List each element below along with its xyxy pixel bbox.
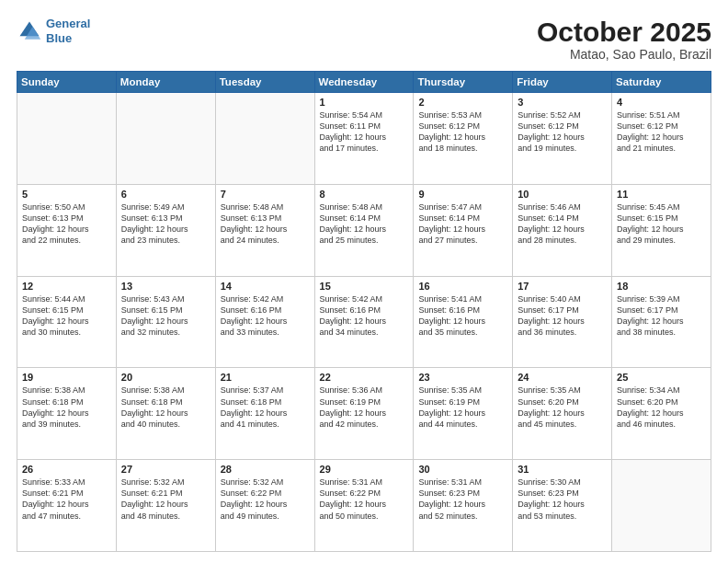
- day-info: Sunrise: 5:48 AM Sunset: 6:14 PM Dayligh…: [320, 201, 409, 247]
- calendar-cell: 15Sunrise: 5:42 AM Sunset: 6:16 PM Dayli…: [314, 276, 414, 368]
- day-number: 10: [518, 189, 607, 200]
- weekday-row: SundayMondayTuesdayWednesdayThursdayFrid…: [17, 72, 711, 93]
- day-number: 2: [418, 97, 507, 108]
- day-info: Sunrise: 5:32 AM Sunset: 6:22 PM Dayligh…: [221, 477, 310, 522]
- day-info: Sunrise: 5:38 AM Sunset: 6:18 PM Dayligh…: [121, 385, 210, 430]
- weekday-header-monday: Monday: [116, 72, 215, 93]
- day-number: 5: [22, 189, 111, 200]
- day-number: 23: [418, 372, 507, 383]
- day-info: Sunrise: 5:36 AM Sunset: 6:19 PM Dayligh…: [320, 385, 409, 430]
- calendar-cell: 11Sunrise: 5:45 AM Sunset: 6:15 PM Dayli…: [612, 184, 711, 276]
- calendar-cell: 2Sunrise: 5:53 AM Sunset: 6:12 PM Daylig…: [414, 93, 513, 185]
- calendar-cell: 25Sunrise: 5:34 AM Sunset: 6:20 PM Dayli…: [612, 368, 711, 460]
- week-row-0: 1Sunrise: 5:54 AM Sunset: 6:11 PM Daylig…: [17, 93, 711, 185]
- calendar-cell: 24Sunrise: 5:35 AM Sunset: 6:20 PM Dayli…: [513, 368, 612, 460]
- day-info: Sunrise: 5:43 AM Sunset: 6:15 PM Dayligh…: [121, 293, 210, 339]
- day-number: 18: [617, 281, 706, 292]
- calendar-cell: 12Sunrise: 5:44 AM Sunset: 6:15 PM Dayli…: [17, 276, 117, 368]
- day-info: Sunrise: 5:32 AM Sunset: 6:21 PM Dayligh…: [121, 477, 210, 522]
- day-info: Sunrise: 5:47 AM Sunset: 6:14 PM Dayligh…: [418, 201, 507, 247]
- day-number: 25: [617, 372, 706, 383]
- day-number: 19: [22, 372, 111, 383]
- day-info: Sunrise: 5:31 AM Sunset: 6:23 PM Dayligh…: [418, 477, 507, 522]
- day-number: 17: [518, 281, 607, 292]
- calendar-cell: 13Sunrise: 5:43 AM Sunset: 6:15 PM Dayli…: [116, 276, 215, 368]
- weekday-header-saturday: Saturday: [612, 72, 711, 93]
- day-info: Sunrise: 5:30 AM Sunset: 6:23 PM Dayligh…: [518, 477, 607, 522]
- calendar-cell: 6Sunrise: 5:49 AM Sunset: 6:13 PM Daylig…: [116, 184, 215, 276]
- day-info: Sunrise: 5:51 AM Sunset: 6:12 PM Dayligh…: [617, 109, 706, 155]
- calendar-cell: 23Sunrise: 5:35 AM Sunset: 6:19 PM Dayli…: [414, 368, 513, 460]
- day-info: Sunrise: 5:42 AM Sunset: 6:16 PM Dayligh…: [320, 293, 409, 339]
- day-info: Sunrise: 5:53 AM Sunset: 6:12 PM Dayligh…: [418, 109, 507, 155]
- calendar-cell: 3Sunrise: 5:52 AM Sunset: 6:12 PM Daylig…: [513, 93, 612, 185]
- calendar-table: SundayMondayTuesdayWednesdayThursdayFrid…: [17, 71, 711, 552]
- day-number: 28: [221, 464, 310, 475]
- calendar-cell: [17, 93, 117, 185]
- weekday-header-wednesday: Wednesday: [314, 72, 414, 93]
- day-number: 11: [617, 189, 706, 200]
- logo-line2: Blue: [46, 31, 72, 45]
- weekday-header-friday: Friday: [513, 72, 612, 93]
- day-info: Sunrise: 5:35 AM Sunset: 6:19 PM Dayligh…: [418, 385, 507, 430]
- logo-text: General Blue: [46, 17, 90, 45]
- calendar-cell: [612, 460, 711, 552]
- day-number: 24: [518, 372, 607, 383]
- calendar-cell: 20Sunrise: 5:38 AM Sunset: 6:18 PM Dayli…: [116, 368, 215, 460]
- week-row-2: 12Sunrise: 5:44 AM Sunset: 6:15 PM Dayli…: [17, 276, 711, 368]
- calendar-cell: 5Sunrise: 5:50 AM Sunset: 6:13 PM Daylig…: [17, 184, 117, 276]
- page: General Blue October 2025 Matao, Sao Pau…: [0, 0, 728, 563]
- day-number: 14: [221, 281, 310, 292]
- weekday-header-tuesday: Tuesday: [215, 72, 314, 93]
- day-info: Sunrise: 5:52 AM Sunset: 6:12 PM Dayligh…: [518, 109, 607, 155]
- day-info: Sunrise: 5:34 AM Sunset: 6:20 PM Dayligh…: [617, 385, 706, 430]
- day-number: 16: [418, 281, 507, 292]
- logo-line1: General: [46, 17, 90, 30]
- day-number: 12: [22, 281, 111, 292]
- day-info: Sunrise: 5:35 AM Sunset: 6:20 PM Dayligh…: [518, 385, 607, 430]
- logo-icon: [17, 18, 42, 44]
- calendar-cell: 9Sunrise: 5:47 AM Sunset: 6:14 PM Daylig…: [414, 184, 513, 276]
- day-number: 27: [121, 464, 210, 475]
- calendar-cell: 22Sunrise: 5:36 AM Sunset: 6:19 PM Dayli…: [314, 368, 414, 460]
- day-number: 9: [418, 189, 507, 200]
- day-number: 22: [320, 372, 409, 383]
- main-title: October 2025: [537, 17, 711, 47]
- week-row-1: 5Sunrise: 5:50 AM Sunset: 6:13 PM Daylig…: [17, 184, 711, 276]
- day-info: Sunrise: 5:37 AM Sunset: 6:18 PM Dayligh…: [221, 385, 310, 430]
- calendar-cell: 17Sunrise: 5:40 AM Sunset: 6:17 PM Dayli…: [513, 276, 612, 368]
- day-info: Sunrise: 5:39 AM Sunset: 6:17 PM Dayligh…: [617, 293, 706, 339]
- day-info: Sunrise: 5:33 AM Sunset: 6:21 PM Dayligh…: [22, 477, 111, 522]
- calendar-cell: 8Sunrise: 5:48 AM Sunset: 6:14 PM Daylig…: [314, 184, 414, 276]
- subtitle: Matao, Sao Paulo, Brazil: [537, 47, 711, 62]
- weekday-header-thursday: Thursday: [414, 72, 513, 93]
- day-number: 6: [121, 189, 210, 200]
- day-number: 3: [518, 97, 607, 108]
- week-row-3: 19Sunrise: 5:38 AM Sunset: 6:18 PM Dayli…: [17, 368, 711, 460]
- calendar-cell: [215, 93, 314, 185]
- calendar-cell: 28Sunrise: 5:32 AM Sunset: 6:22 PM Dayli…: [215, 460, 314, 552]
- header: General Blue October 2025 Matao, Sao Pau…: [17, 17, 711, 62]
- calendar-cell: 18Sunrise: 5:39 AM Sunset: 6:17 PM Dayli…: [612, 276, 711, 368]
- day-info: Sunrise: 5:44 AM Sunset: 6:15 PM Dayligh…: [22, 293, 111, 339]
- day-number: 21: [221, 372, 310, 383]
- day-info: Sunrise: 5:54 AM Sunset: 6:11 PM Dayligh…: [320, 109, 409, 155]
- day-number: 15: [320, 281, 409, 292]
- day-number: 1: [320, 97, 409, 108]
- week-row-4: 26Sunrise: 5:33 AM Sunset: 6:21 PM Dayli…: [17, 460, 711, 552]
- calendar-cell: [116, 93, 215, 185]
- calendar-body: 1Sunrise: 5:54 AM Sunset: 6:11 PM Daylig…: [17, 93, 711, 552]
- day-info: Sunrise: 5:40 AM Sunset: 6:17 PM Dayligh…: [518, 293, 607, 339]
- logo: General Blue: [17, 17, 90, 45]
- calendar-cell: 29Sunrise: 5:31 AM Sunset: 6:22 PM Dayli…: [314, 460, 414, 552]
- calendar-cell: 1Sunrise: 5:54 AM Sunset: 6:11 PM Daylig…: [314, 93, 414, 185]
- day-info: Sunrise: 5:42 AM Sunset: 6:16 PM Dayligh…: [221, 293, 310, 339]
- day-number: 8: [320, 189, 409, 200]
- calendar-cell: 26Sunrise: 5:33 AM Sunset: 6:21 PM Dayli…: [17, 460, 117, 552]
- day-info: Sunrise: 5:31 AM Sunset: 6:22 PM Dayligh…: [320, 477, 409, 522]
- day-number: 31: [518, 464, 607, 475]
- calendar-cell: 16Sunrise: 5:41 AM Sunset: 6:16 PM Dayli…: [414, 276, 513, 368]
- calendar-cell: 10Sunrise: 5:46 AM Sunset: 6:14 PM Dayli…: [513, 184, 612, 276]
- calendar-header: SundayMondayTuesdayWednesdayThursdayFrid…: [17, 72, 711, 93]
- calendar-cell: 21Sunrise: 5:37 AM Sunset: 6:18 PM Dayli…: [215, 368, 314, 460]
